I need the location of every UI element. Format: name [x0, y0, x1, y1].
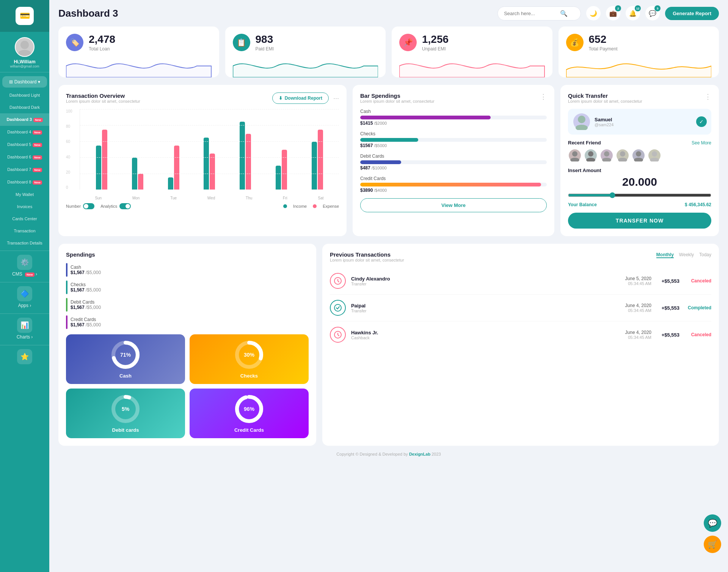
bell-btn[interactable]: 🔔12 [626, 6, 640, 20]
friend-avatar-1[interactable] [568, 149, 582, 162]
sidebar-item-dashboard-light[interactable]: Dashboard Light [0, 89, 49, 101]
tx-icon-paipal [330, 300, 346, 316]
tx-type-cindy: Transfer [351, 282, 620, 286]
friend-avatar-4[interactable] [616, 149, 629, 162]
see-more-link[interactable]: See More [692, 140, 711, 146]
tx-amount-paipal: +$5,553 [657, 305, 679, 311]
search-input[interactable] [504, 11, 557, 16]
stat-card-paid-emi: 📋 983 Paid EMI [225, 27, 386, 77]
bar-spendings-title: Bar Spendings [360, 92, 435, 99]
transfer-now-button[interactable]: TRANSFER NOW [568, 213, 711, 229]
sidebar-section-charts: 📊 Charts › [0, 313, 49, 343]
friend-avatar-2[interactable] [584, 149, 598, 162]
wallet-badge: 2 [615, 5, 621, 11]
friend-avatar-5[interactable] [632, 149, 645, 162]
spending-row-checks: Checks $1567 /$5000 [360, 131, 547, 148]
message-btn[interactable]: 💬5 [645, 6, 660, 20]
sidebar-item-dashboard-dark[interactable]: Dashboard Dark [0, 101, 49, 113]
donut-cash: 71% Cash [66, 334, 185, 384]
amount-slider[interactable] [568, 192, 711, 198]
tx-amount-hawkins: +$5,553 [657, 332, 679, 338]
logo-icon[interactable]: 💳 [16, 7, 34, 25]
bar-red-0 [102, 130, 107, 190]
number-toggle[interactable] [83, 203, 94, 209]
favorites-icon[interactable]: ⭐ [17, 349, 32, 364]
donut-credit-label: Credit Cards [234, 427, 264, 433]
badge-new: New [33, 180, 42, 185]
download-icon: ⬇ [279, 96, 282, 101]
sidebar-dashboard-btn[interactable]: ⊞ Dashboard ▾ [2, 76, 47, 88]
spending-item-cash: Cash $1,567 /$5,000 [66, 263, 309, 277]
tx-date-hawkins: June 4, 2020 [625, 330, 651, 335]
sidebar-item-dashboard-8[interactable]: Dashboard 8New [0, 176, 49, 188]
sidebar-item-transaction[interactable]: Transaction [0, 225, 49, 237]
view-more-button[interactable]: View More [360, 198, 547, 212]
bar-spendings-list: Cash $1415 /$2000 Checks $1567 /$5000 De… [360, 109, 547, 193]
bar-spendings-subtitle: Lorem ipsum dolor sit amet, consectetur [360, 99, 435, 103]
footer-brand-link[interactable]: DexignLab [409, 452, 430, 456]
sidebar-item-dashboard-5[interactable]: Dashboard 5New [0, 138, 49, 151]
bar-spendings-more-icon[interactable]: ⋮ [540, 92, 547, 101]
total-payment-number: 652 [589, 33, 618, 45]
sidebar-nav: Dashboard Light Dashboard Dark Dashboard… [0, 89, 49, 249]
tx-icon-cindy [330, 273, 346, 289]
tx-status-cindy: Canceled [685, 278, 711, 284]
qt-avatar [573, 113, 590, 130]
bar-group-3 [204, 138, 215, 190]
bar-group-1 [132, 158, 143, 190]
charts-row: Transaction Overview Lorem ipsum dolor s… [58, 85, 719, 236]
download-report-button[interactable]: ⬇ Download Report [272, 92, 329, 104]
support-float-btn[interactable]: 💬 [704, 514, 721, 532]
tab-weekly[interactable]: Weekly [679, 251, 694, 258]
charts-label[interactable]: Charts › [17, 334, 33, 340]
quick-transfer-more-icon[interactable]: ⋮ [704, 92, 711, 101]
tx-status-paipal: Completed [685, 305, 711, 310]
cms-label[interactable]: CMS New › [12, 271, 37, 277]
sidebar-item-dashboard-3[interactable]: Dashboard 3New [0, 113, 49, 126]
tx-time-hawkins: 05:34:45 AM [625, 335, 651, 340]
sidebar-item-cards-center[interactable]: Cards Center [0, 213, 49, 225]
svg-point-15 [650, 158, 659, 161]
donut-credit: 96% Credit Cards [190, 389, 309, 438]
friend-avatar-3[interactable] [600, 149, 613, 162]
bar-group-2 [168, 146, 179, 190]
svg-point-12 [636, 151, 641, 157]
cart-float-btn[interactable]: 🛒 [704, 536, 721, 553]
donut-debit-label: Debit cards [112, 427, 139, 433]
sidebar-item-invoices[interactable]: Invoices [0, 201, 49, 213]
tab-today[interactable]: Today [699, 251, 711, 258]
sidebar-item-dashboard-4[interactable]: Dashboard 4New [0, 126, 49, 138]
apps-label[interactable]: Apps › [18, 303, 31, 308]
sidebar-item-dashboard-6[interactable]: Dashboard 6New [0, 151, 49, 163]
sidebar-item-dashboard-7[interactable]: Dashboard 7New [0, 163, 49, 176]
transaction-item-cindy: Cindy Alexandro Transfer June 5, 2020 05… [330, 268, 711, 295]
bar-groups [80, 109, 339, 190]
more-options-icon[interactable]: ··· [333, 94, 339, 102]
svg-text:71%: 71% [120, 352, 131, 358]
chart-legend: Number Analytics Income Expense [66, 203, 339, 209]
sidebar-item-my-wallet[interactable]: My Wallet [0, 188, 49, 201]
friend-avatar-6[interactable] [648, 149, 661, 162]
cms-icon[interactable]: ⚙️ [17, 255, 32, 270]
tab-monthly[interactable]: Monthly [656, 251, 674, 258]
sidebar-item-transaction-details[interactable]: Transaction Details [0, 237, 49, 249]
analytics-toggle[interactable] [119, 203, 131, 209]
transaction-overview-subtitle: Lorem ipsum dolor sit amet, consectetur [66, 99, 140, 103]
main-content: Dashboard 3 🔍 🌙 💼2 🔔12 💬5 Generate Repor… [49, 0, 728, 572]
spendings-title: Spendings [66, 251, 95, 258]
quick-transfer-card: Quick Transfer Lorem ipsum dolor sit ame… [560, 85, 719, 236]
paid-emi-number: 983 [256, 33, 274, 45]
moon-btn[interactable]: 🌙 [586, 6, 601, 20]
total-payment-label: Total Payment [589, 46, 618, 52]
apps-icon[interactable]: 🔷 [17, 286, 32, 301]
wallet-btn[interactable]: 💼2 [606, 6, 620, 20]
donut-checks-label: Checks [240, 373, 258, 379]
previous-transactions-card: Previous Transactions Lorem ipsum dolor … [322, 244, 719, 446]
badge-new: New [33, 168, 42, 172]
bell-badge: 12 [635, 5, 641, 11]
charts-icon[interactable]: 📊 [17, 318, 32, 333]
generate-report-button[interactable]: Generate Report [665, 7, 719, 20]
stat-cards: 🏷️ 2,478 Total Loan 📋 983 Paid EMI [58, 27, 719, 77]
bar-teal-6 [312, 142, 317, 190]
sidebar-section-apps: 🔷 Apps › [0, 282, 49, 312]
